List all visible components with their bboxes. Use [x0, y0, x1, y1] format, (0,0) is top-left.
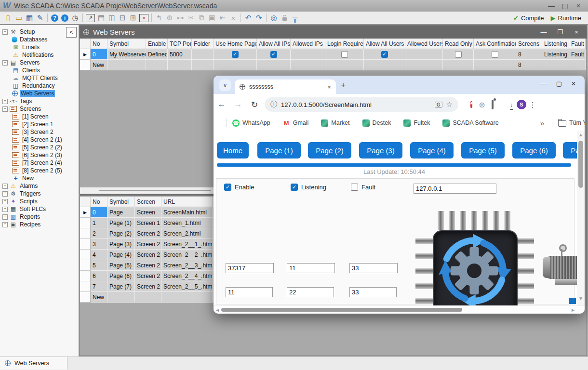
forward-icon[interactable]: → [230, 100, 246, 109]
column-header[interactable]: Allow All IPs [257, 39, 291, 49]
column-header[interactable]: No [91, 197, 107, 207]
cell[interactable]: Screen_2__4_.html [161, 271, 213, 281]
downloads-icon[interactable]: ↓ [506, 101, 517, 108]
cell[interactable]: Screen_2__2_.html [161, 250, 213, 260]
checkbox-enable[interactable]: ✓Enable [224, 184, 254, 191]
layout-rows-icon[interactable]: ▤ [96, 13, 107, 23]
cell-allowed_ips[interactable] [291, 49, 325, 60]
insert-icon[interactable]: ⇤ [217, 13, 228, 23]
cell-allow_all_ips[interactable]: ✓ [257, 49, 291, 60]
column-header[interactable]: Folder [192, 39, 214, 49]
undo-icon[interactable]: ↶ [243, 13, 254, 23]
tree-expander-icon[interactable]: − [2, 106, 8, 112]
tree-item-scripts[interactable]: +✦Scripts [0, 198, 79, 205]
value-input-r2-3[interactable] [349, 287, 397, 297]
checkbox-unchecked-icon[interactable] [351, 184, 358, 191]
tree-item-1-screen[interactable]: [1] Screen [0, 113, 79, 120]
column-header[interactable]: Allowed Users [405, 39, 443, 49]
cell[interactable]: Screen 2 (5) [135, 281, 161, 292]
column-header[interactable]: TCP Port [168, 39, 192, 49]
cell-new-symbol[interactable] [107, 60, 146, 70]
cell[interactable]: Screen 2 (1) [135, 239, 161, 250]
bookmark-scada-software[interactable]: SCADA Software [442, 119, 498, 127]
page-horizontal-scrollbar[interactable]: ◄ ► [214, 305, 585, 314]
checkbox-unchecked-icon[interactable] [455, 51, 462, 58]
tab-close-icon[interactable]: × [327, 83, 331, 91]
cell[interactable]: ScreenMain.html [161, 207, 213, 218]
value-input-r2-1[interactable] [226, 287, 273, 297]
new-tab-button[interactable]: + [341, 80, 346, 90]
checkbox-unchecked-icon[interactable] [492, 51, 498, 58]
paste-icon[interactable]: ▣ [207, 13, 217, 23]
cell[interactable]: 3 [91, 239, 107, 250]
tree-expander-icon[interactable]: + [2, 184, 8, 189]
help-icon[interactable]: ? [51, 14, 58, 22]
tree-item-redundancy[interactable]: ◫Redundancy [0, 82, 79, 90]
runtime-button[interactable]: ▶ Runtime [551, 14, 581, 22]
value-input-r1-2[interactable] [287, 263, 335, 273]
row-selector[interactable] [80, 292, 91, 303]
page-button-page-5-[interactable]: Page (5) [461, 142, 505, 159]
column-header[interactable]: Screen [135, 197, 161, 207]
cell-no[interactable]: 0 [91, 49, 107, 60]
cell[interactable]: Page (3) [107, 239, 135, 250]
page-button-page-1-[interactable]: Page (1) [257, 142, 301, 159]
checkbox-checked-icon[interactable]: ✓ [381, 51, 388, 58]
new-file-icon[interactable]: ▯ [3, 13, 13, 23]
cell-new-read_only[interactable] [443, 60, 474, 70]
cell[interactable]: Screen_2.html [161, 228, 213, 239]
cell[interactable]: Screen_2__3_.html [161, 260, 213, 271]
cell[interactable]: Screen_1.html [161, 218, 213, 228]
add-window-icon[interactable]: ⊕ [164, 13, 175, 23]
open-folder-icon[interactable]: ▭ [13, 13, 24, 23]
row-header-corner[interactable] [80, 39, 91, 49]
close-windows-icon[interactable]: × [139, 14, 148, 22]
cell-new-login_required[interactable] [325, 60, 364, 70]
column-header[interactable]: Listening [542, 39, 569, 49]
column-header[interactable]: Allow All Users [364, 39, 405, 49]
reload-icon[interactable]: ↻ [246, 100, 263, 110]
back-icon[interactable]: ← [214, 100, 230, 109]
extension-globe-icon[interactable]: ⊕ [477, 100, 487, 109]
compile-button[interactable]: ✓ Compile [513, 14, 544, 22]
row-selector[interactable]: ▶ [80, 49, 91, 60]
save-icon[interactable]: ▦ [24, 13, 35, 23]
cell[interactable]: Screen 2 [135, 228, 161, 239]
browser-maximize-button[interactable]: ▢ [552, 76, 566, 92]
column-header[interactable]: No [91, 39, 107, 49]
checkbox-listening[interactable]: ✓Listening [291, 184, 326, 191]
column-header[interactable]: Read Only [443, 39, 474, 49]
lock-icon[interactable] [279, 13, 290, 23]
tree-item-soft-plcs[interactable]: +▦Soft PLCs [0, 205, 79, 213]
cell-symbol[interactable]: My Webserver [107, 49, 146, 60]
bookmark-destek[interactable]: Destek [362, 119, 391, 127]
cell[interactable]: 2 [91, 228, 107, 239]
copy-icon[interactable]: ⧉ [196, 13, 207, 23]
checkbox-checked-icon[interactable]: ✓ [291, 184, 298, 191]
page-button-page-6-[interactable]: Page (6) [512, 142, 556, 159]
cell-new-allowed_ips[interactable] [291, 60, 325, 70]
browser-menu-icon[interactable]: ⋮ [527, 100, 538, 109]
cell-new-no[interactable]: New [91, 60, 107, 70]
row-selector[interactable] [80, 60, 91, 70]
bookmark-gmail[interactable]: MGmail [283, 119, 309, 127]
extension-red-icon[interactable]: * [466, 100, 477, 109]
bookmark-star-icon[interactable]: ☆ [446, 100, 453, 109]
fit-window-icon[interactable]: ↗ [86, 14, 95, 22]
cell-enable[interactable]: Defined [146, 49, 168, 60]
cell-new[interactable]: New [91, 292, 107, 303]
cell-login_required[interactable] [325, 49, 364, 60]
row-selector[interactable] [80, 260, 91, 271]
tree-expander-icon[interactable]: + [2, 214, 8, 220]
cell[interactable]: Screen 2 (4) [135, 271, 161, 281]
cell-read_only[interactable] [443, 49, 474, 60]
taskbar-tab-webservers[interactable]: Web Servers [0, 357, 67, 370]
tree-expander-icon[interactable]: + [2, 191, 8, 197]
row-selector[interactable] [80, 250, 91, 260]
tree-item-new[interactable]: +New [0, 174, 79, 182]
cell-new-ask_confirmation[interactable] [474, 60, 516, 70]
panel-splitter[interactable] [80, 194, 214, 196]
scroll-down-icon[interactable]: ▼ [577, 296, 585, 301]
cell-new-screens[interactable]: 8 [516, 60, 542, 70]
browser-tab[interactable]: ssssssss × [235, 79, 336, 94]
